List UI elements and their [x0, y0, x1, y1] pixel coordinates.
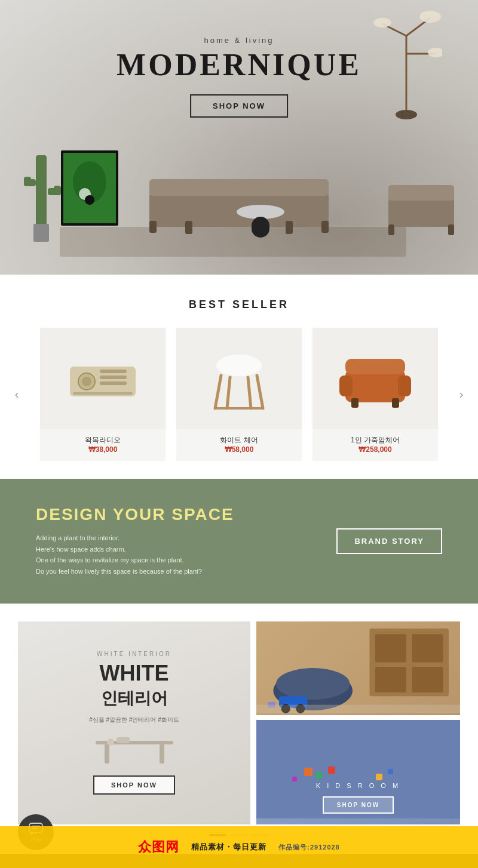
- product-price-2: ₩58,000: [225, 445, 254, 454]
- svg-rect-29: [388, 224, 394, 235]
- svg-rect-5: [33, 224, 49, 242]
- svg-rect-47: [398, 375, 411, 396]
- svg-rect-37: [73, 392, 133, 395]
- hero-section: home & living MODERNIQUE SHOP NOW: [0, 0, 478, 275]
- svg-rect-73: [376, 774, 382, 780]
- svg-rect-49: [351, 398, 358, 408]
- svg-line-43: [248, 377, 251, 408]
- watermark-tagline: 精品素材・每日更新: [191, 842, 266, 852]
- svg-rect-27: [388, 197, 454, 227]
- svg-point-39: [216, 355, 262, 376]
- promo-white-tags: #심플 #깔끔한 #인테리어 #화이트: [89, 716, 179, 724]
- hero-coffee-table: [234, 200, 287, 242]
- svg-rect-30: [448, 224, 454, 235]
- hero-title: MODERNIQUE: [117, 47, 361, 82]
- promo-grid: WHITE INTERIOR WHITE 인테리어 #심플 #깔끔한 #인테리어…: [0, 621, 478, 824]
- kidsroom-top-image: [256, 621, 460, 715]
- product-image-2: [176, 328, 302, 429]
- design-content-left: DESIGN YOUR SPACE Adding a plant to the …: [36, 505, 234, 577]
- products-carousel: ‹ 왁목라디오 ₩38,000: [0, 328, 478, 461]
- svg-rect-52: [105, 744, 109, 764]
- svg-rect-50: [392, 398, 399, 408]
- hero-shop-now-button[interactable]: SHOP NOW: [190, 94, 288, 118]
- svg-rect-2: [24, 177, 31, 186]
- product-card-3[interactable]: 1인 가죽암체어 ₩258,000: [312, 328, 438, 461]
- svg-rect-0: [36, 155, 47, 227]
- watermark-work-id: 作品编号:2912028: [278, 843, 340, 852]
- carousel-prev-button[interactable]: ‹: [6, 384, 27, 405]
- design-heading-accent: DESIGN: [36, 505, 107, 524]
- svg-rect-67: [256, 705, 460, 713]
- carousel-next-button[interactable]: ›: [451, 384, 472, 405]
- promo-section: WHITE INTERIOR WHITE 인테리어 #심플 #깔끔한 #인테리어…: [0, 604, 478, 854]
- product-price-1: ₩38,000: [88, 445, 118, 454]
- watermark-overlay: 众图网 精品素材・每日更新 作品编号:2912028: [0, 826, 478, 868]
- svg-rect-28: [388, 185, 454, 201]
- brand-story-button[interactable]: BRAND STORY: [336, 528, 442, 554]
- kidsroom-shop-now-button[interactable]: SHOP NOW: [323, 796, 394, 814]
- svg-rect-57: [375, 634, 406, 662]
- svg-point-10: [85, 195, 94, 205]
- promo-white-korean: 인테리어: [101, 687, 168, 710]
- svg-rect-22: [321, 221, 329, 233]
- svg-rect-45: [345, 370, 405, 402]
- promo-white-title: WHITE: [100, 661, 169, 686]
- svg-rect-60: [412, 667, 443, 692]
- svg-point-15: [419, 11, 441, 23]
- svg-rect-71: [316, 772, 322, 778]
- hero-painting: [60, 149, 120, 227]
- svg-line-41: [257, 375, 263, 408]
- product-card-1[interactable]: 왁목라디오 ₩38,000: [40, 328, 166, 461]
- svg-point-54: [107, 738, 114, 746]
- design-heading-rest: YOUR SPACE: [107, 505, 234, 524]
- svg-rect-35: [100, 375, 127, 379]
- svg-rect-48: [345, 359, 405, 374]
- products-grid: 왁목라디오 ₩38,000 화이트 체어 ₩5: [36, 328, 442, 461]
- svg-rect-55: [117, 737, 130, 743]
- design-body-text: Adding a plant to the interior. Here's h…: [36, 533, 234, 577]
- hero-cactus: [18, 143, 66, 251]
- promo-white-interior: WHITE INTERIOR WHITE 인테리어 #심플 #깔끔한 #인테리어…: [18, 621, 250, 824]
- svg-rect-34: [100, 370, 127, 373]
- svg-rect-59: [375, 667, 406, 692]
- design-heading: DESIGN YOUR SPACE: [36, 505, 234, 524]
- promo-kidsroom: K I D S R O O M SHOP NOW: [256, 621, 460, 824]
- svg-rect-74: [388, 769, 393, 774]
- svg-point-18: [396, 110, 417, 119]
- svg-rect-20: [149, 179, 329, 196]
- svg-line-40: [215, 375, 221, 408]
- product-card-2[interactable]: 화이트 체어 ₩58,000: [176, 328, 302, 461]
- hero-subtitle: home & living: [117, 36, 361, 45]
- product-name-3: 1인 가죽암체어: [351, 435, 400, 445]
- product-name-2: 화이트 체어: [220, 435, 258, 445]
- svg-rect-75: [292, 777, 297, 781]
- watermark-logo: 众图网: [138, 838, 179, 856]
- svg-rect-53: [160, 744, 164, 764]
- hero-content: home & living MODERNIQUE SHOP NOW: [117, 36, 361, 118]
- best-seller-title: BEST SELLER: [0, 298, 478, 311]
- svg-point-16: [373, 18, 391, 27]
- best-seller-section: BEST SELLER ‹ 왁목라디오 ₩38,00: [0, 275, 478, 479]
- hero-chair-right: [382, 179, 460, 239]
- svg-rect-46: [339, 375, 353, 396]
- design-section: DESIGN YOUR SPACE Adding a plant to the …: [0, 479, 478, 604]
- svg-point-33: [82, 377, 91, 386]
- svg-rect-72: [328, 767, 335, 774]
- svg-rect-21: [149, 221, 157, 233]
- svg-rect-70: [304, 768, 312, 776]
- kidsroom-label: K I D S R O O M: [316, 782, 400, 789]
- svg-point-62: [276, 668, 350, 700]
- svg-rect-58: [412, 634, 443, 662]
- kidsroom-bottom-image: K I D S R O O M SHOP NOW: [256, 720, 460, 824]
- product-price-3: ₩258,000: [358, 445, 391, 454]
- product-image-3: [312, 328, 438, 429]
- svg-rect-23: [185, 221, 192, 234]
- product-name-1: 왁목라디오: [85, 435, 121, 445]
- promo-white-sub: WHITE INTERIOR: [97, 651, 171, 657]
- svg-point-17: [428, 48, 442, 57]
- hero-lamp: [370, 6, 442, 125]
- svg-rect-36: [100, 381, 127, 385]
- svg-line-42: [227, 377, 230, 408]
- product-image-1: [40, 328, 166, 429]
- promo-white-shop-now-button[interactable]: SHOP NOW: [93, 775, 175, 795]
